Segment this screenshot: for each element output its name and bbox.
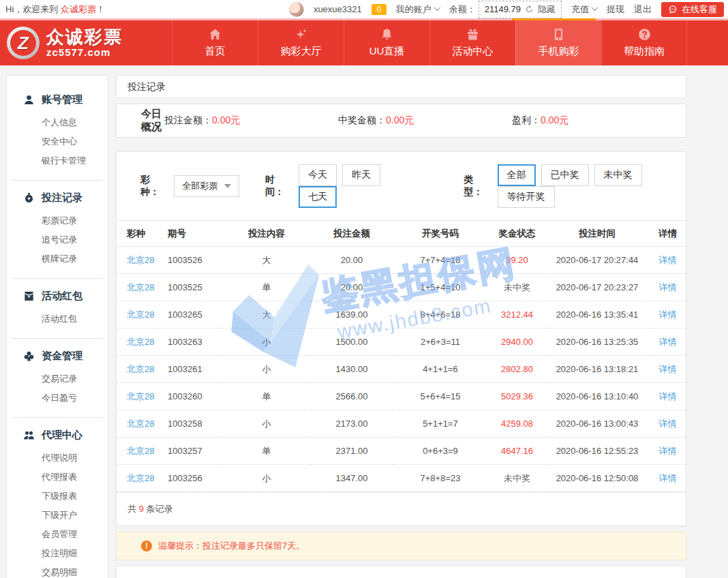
time-filter-button[interactable]: 今天: [299, 164, 337, 186]
filter-bar: 彩种： 全部彩票 时间： 今天昨天七天 类型： 全部已中奖未中奖等待开奖: [117, 152, 686, 220]
sidebar-item[interactable]: 安全中心: [7, 132, 108, 151]
detail-link[interactable]: 详情: [659, 473, 677, 483]
table-row: 北京28 1003263 小 1500.00 2+6+3=11 2940.00 …: [117, 329, 687, 356]
sidebar-section-head-2[interactable]: 活动红包: [7, 290, 108, 303]
detail-link[interactable]: 详情: [659, 391, 677, 401]
nav-item-help[interactable]: 帮助指南: [601, 20, 687, 65]
nav-item-hall[interactable]: 购彩大厅: [258, 20, 344, 65]
user-icon: [23, 94, 35, 106]
sidebar-section-head-1[interactable]: 投注记录: [7, 192, 108, 204]
username[interactable]: xuexue3321: [314, 4, 362, 14]
table-row: 北京28 1003260 单 2566.00 5+6+4=15 5029.36 …: [117, 383, 687, 410]
bet-content-cell: 单: [222, 274, 311, 301]
sidebar-item[interactable]: 下级开户: [7, 506, 108, 525]
message-count-badge[interactable]: 0: [371, 4, 386, 15]
lottery-link[interactable]: 北京28: [127, 419, 154, 429]
help-icon: [638, 28, 651, 41]
table-row: 北京28 1003261 小 1430.00 4+1+1=6 2802.80 2…: [117, 356, 687, 383]
summary-item: 盈利：0.00元: [512, 115, 686, 127]
lottery-link[interactable]: 北京28: [127, 391, 154, 401]
detail-link[interactable]: 详情: [659, 255, 677, 265]
my-account-menu[interactable]: 我的账户: [396, 3, 440, 16]
sidebar-item[interactable]: 棋牌记录: [7, 249, 108, 269]
online-service-button[interactable]: 在线客服: [661, 2, 724, 17]
sidebar-item[interactable]: 活动红包: [7, 309, 108, 329]
live-icon: [380, 28, 393, 41]
summary-title: 今日概况: [117, 108, 164, 134]
sidebar-item[interactable]: 代理报表: [7, 468, 108, 487]
nav-item-live[interactable]: UU直播: [344, 20, 429, 65]
issue-cell: 1003525: [157, 274, 222, 301]
table-header-cell: 投注金额: [311, 221, 393, 247]
recharge-menu[interactable]: 充值: [571, 3, 597, 16]
sidebar-item[interactable]: 追号记录: [7, 230, 108, 249]
sidebar-item[interactable]: 投注明细: [7, 544, 108, 563]
detail-link[interactable]: 详情: [659, 419, 677, 429]
packet-icon: [23, 290, 35, 302]
lottery-link[interactable]: 北京28: [127, 364, 154, 374]
lottery-link[interactable]: 北京28: [127, 255, 154, 265]
sidebar-item[interactable]: 个人信息: [7, 113, 108, 132]
lottery-link[interactable]: 北京28: [127, 473, 154, 483]
prize-status-cell: 2940.00: [488, 329, 546, 356]
site-logo[interactable]: Z 众诚彩票 zc5577.com: [0, 20, 172, 65]
sidebar-item[interactable]: 彩票记录: [7, 211, 108, 230]
detail-link[interactable]: 详情: [659, 364, 677, 374]
agent-icon: [23, 429, 35, 441]
detail-link[interactable]: 详情: [659, 309, 677, 320]
warm-tip-text: 温馨提示：投注记录最多只保留7天。: [158, 540, 305, 552]
brand-link[interactable]: 众诚彩票: [61, 4, 96, 14]
detail-link[interactable]: 详情: [659, 337, 677, 347]
nav-item-mobile[interactable]: 手机购彩: [515, 20, 601, 65]
refresh-icon[interactable]: [525, 5, 534, 14]
summary-items: 投注金额：0.00元中奖金额：0.00元盈利：0.00元: [164, 115, 686, 127]
sidebar-item[interactable]: 会员管理: [7, 525, 108, 544]
type-filter-button[interactable]: 未中奖: [594, 164, 642, 186]
draw-numbers-cell: 8+4+6=18: [393, 301, 488, 329]
lottery-link[interactable]: 北京28: [127, 446, 154, 456]
sidebar-item[interactable]: 今日盈亏: [7, 389, 108, 408]
table-header-cell: 开奖号码: [393, 221, 488, 247]
type-filter-button[interactable]: 已中奖: [541, 164, 589, 186]
sidebar-section-head-0[interactable]: 账号管理: [7, 93, 108, 106]
lottery-select-value: 全部彩票: [182, 180, 217, 192]
sidebar-item[interactable]: 银行卡管理: [7, 151, 108, 170]
sidebar-item[interactable]: 下级报表: [7, 487, 108, 506]
type-filter-button[interactable]: 等待开奖: [498, 186, 555, 208]
lottery-link[interactable]: 北京28: [127, 282, 154, 292]
detail-link[interactable]: 详情: [659, 446, 677, 456]
avatar[interactable]: [289, 2, 304, 17]
nav-item-activity[interactable]: 活动中心: [429, 20, 515, 65]
lottery-select[interactable]: 全部彩票: [174, 175, 239, 197]
balance-box[interactable]: 21149.79 隐藏: [479, 1, 562, 18]
time-filter-active-button[interactable]: 七天: [299, 186, 337, 208]
main-content: 投注记录 今日概况 投注金额：0.00元中奖金额：0.00元盈利：0.00元 彩…: [116, 75, 686, 578]
issue-cell: 1003257: [157, 438, 222, 465]
customer-service-icon: [668, 5, 678, 14]
prize-status-cell: 未中奖: [488, 465, 546, 492]
time-filter-button[interactable]: 昨天: [342, 164, 380, 186]
nav-item-home[interactable]: 首页: [172, 20, 258, 65]
lottery-link[interactable]: 北京28: [127, 309, 154, 320]
lottery-link[interactable]: 北京28: [127, 337, 154, 347]
sidebar-item[interactable]: 交易明细: [7, 563, 108, 578]
hide-balance-link[interactable]: 隐藏: [538, 3, 556, 16]
withdraw-link[interactable]: 提现: [607, 3, 624, 16]
bet-amount-cell: 2566.00: [311, 383, 393, 410]
chevron-down-icon: [434, 4, 440, 11]
count-suffix: 条记录: [144, 504, 173, 514]
sidebar-section: 代理中心 代理说明代理报表下级报表下级开户会员管理投注明细交易明细: [7, 418, 108, 578]
sidebar-item[interactable]: 代理说明: [7, 448, 108, 468]
caret-down-icon: [224, 184, 231, 188]
prize-status-cell: 2802.80: [488, 356, 546, 383]
sidebar-section-head-3[interactable]: 资金管理: [7, 350, 108, 363]
type-filter-active-button[interactable]: 全部: [498, 164, 536, 186]
mobile-icon: [552, 28, 565, 41]
online-service-label: 在线客服: [682, 3, 717, 16]
sidebar-section-items: 彩票记录追号记录棋牌记录: [7, 211, 108, 269]
logout-link[interactable]: 退出: [634, 3, 652, 16]
sidebar-item[interactable]: 交易记录: [7, 369, 108, 389]
sidebar-section-head-4[interactable]: 代理中心: [7, 429, 108, 442]
detail-link[interactable]: 详情: [659, 282, 677, 292]
draw-numbers-cell: 0+6+3=9: [393, 438, 488, 465]
